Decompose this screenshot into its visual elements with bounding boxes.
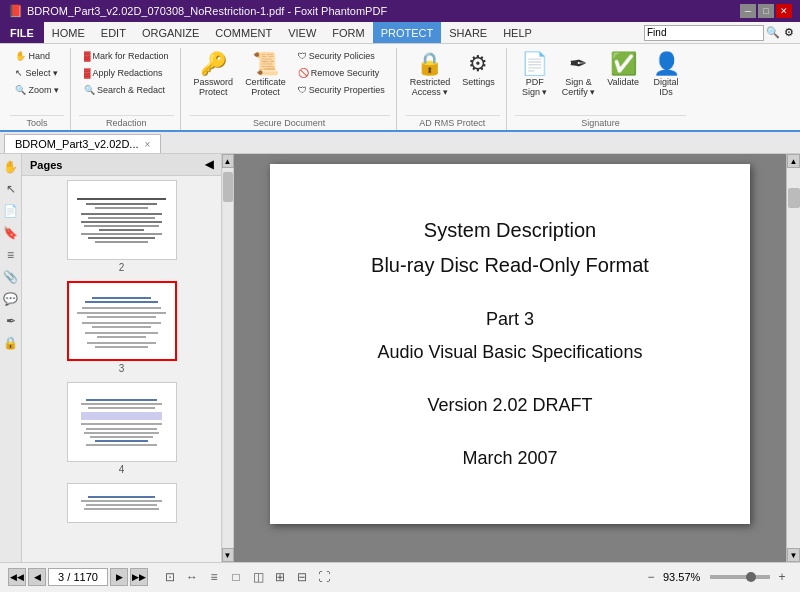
menu-home[interactable]: HOME [44,22,93,43]
zoom-in-button[interactable]: + [772,567,792,587]
title-bar-controls[interactable]: ─ □ ✕ [740,4,792,18]
pdf-scroll-thumb[interactable] [788,188,800,208]
secure-buttons: 🔑 PasswordProtect 📜 CertificateProtect 🛡… [189,48,390,113]
zoom-out-button[interactable]: − [641,567,661,587]
zoom-level: 93.57% [663,571,708,583]
page-navigation: ◀◀ ◀ ▶ ▶▶ [8,568,148,586]
first-page-button[interactable]: ◀◀ [8,568,26,586]
layers-icon[interactable]: ≡ [2,246,20,264]
title-bar: 📕 BDROM_Part3_v2.02D_070308_NoRestrictio… [0,0,800,22]
zoom-controls: − 93.57% + [641,567,792,587]
rms-settings-icon: ⚙ [468,51,488,77]
hand-tool-button[interactable]: ✋ Hand [10,48,64,64]
menu-form[interactable]: FORM [324,22,372,43]
sign-certify-icon: ✒ [569,51,587,77]
scroll-track [223,168,233,548]
scroll-down-button[interactable]: ▼ [222,548,234,562]
pdf-date: March 2007 [462,448,557,469]
remove-security-button[interactable]: 🚫 Remove Security [293,65,390,81]
prev-page-button[interactable]: ◀ [28,568,46,586]
hand-icon[interactable]: ✋ [2,158,20,176]
pdf-scroll-up[interactable]: ▲ [787,154,800,168]
next-page-button[interactable]: ▶ [110,568,128,586]
scroll-thumb[interactable] [223,172,233,202]
settings-icon[interactable]: ⚙ [782,26,796,39]
menu-edit[interactable]: EDIT [93,22,134,43]
last-page-button[interactable]: ▶▶ [130,568,148,586]
pdf-sign-button[interactable]: 📄 PDFSign ▾ [515,48,555,100]
pdf-page: System Description Blu-ray Disc Read-Onl… [270,164,750,524]
attachment-icon[interactable]: 📎 [2,268,20,286]
props-icon: 🛡 [298,85,307,95]
select-tool-button[interactable]: ↖ Select ▾ [10,65,64,81]
fit-width-button[interactable]: ↔ [182,567,202,587]
split-view-button[interactable]: ⊟ [292,567,312,587]
fit-page-button[interactable]: ⊡ [160,567,180,587]
restricted-access-button[interactable]: 🔒 RestrictedAccess ▾ [405,48,456,100]
close-tab-button[interactable]: × [145,139,151,150]
doc-tab-name: BDROM_Part3_v2.02D... [15,138,139,150]
app-icon: 📕 [8,4,23,18]
signature-buttons: 📄 PDFSign ▾ ✒ Sign &Certify ▾ ✅ Validate… [515,48,686,113]
page-icon[interactable]: 📄 [2,202,20,220]
view-options-button[interactable]: ⊞ [270,567,290,587]
pdf-scrollbar[interactable]: ▲ ▼ [786,154,800,562]
thumb-img-4 [67,382,177,462]
rms-settings-button[interactable]: ⚙ Settings [457,48,500,90]
apply-icon: ▓ [84,68,91,78]
menu-file[interactable]: FILE [0,22,44,43]
menu-protect[interactable]: PROTECT [373,22,442,43]
document-tab[interactable]: BDROM_Part3_v2.02D... × [4,134,161,153]
digital-ids-button[interactable]: 👤 DigitalIDs [646,48,686,100]
zoom-slider-thumb[interactable] [746,572,756,582]
digital-ids-icon: 👤 [653,51,680,77]
minimize-button[interactable]: ─ [740,4,756,18]
menu-share[interactable]: SHARE [441,22,495,43]
lock-icon[interactable]: 🔒 [2,334,20,352]
page-number-input[interactable] [48,568,108,586]
single-page-button[interactable]: □ [226,567,246,587]
sidebar-header: Pages ◀ [22,154,221,176]
password-protect-button[interactable]: 🔑 PasswordProtect [189,48,239,100]
pdf-part: Part 3 [486,309,534,330]
continuous-scroll-button[interactable]: ≡ [204,567,224,587]
pdf-sign-icon: 📄 [521,51,548,77]
sign-certify-button[interactable]: ✒ Sign &Certify ▾ [557,48,601,100]
certificate-protect-button[interactable]: 📜 CertificateProtect [240,48,291,100]
scroll-up-button[interactable]: ▲ [222,154,234,168]
pdf-scroll-down[interactable]: ▼ [787,548,800,562]
page-thumb-2[interactable]: 2 [26,180,217,277]
search-redact-icon: 🔍 [84,85,95,95]
menu-comment[interactable]: COMMENT [207,22,280,43]
close-button[interactable]: ✕ [776,4,792,18]
menu-help[interactable]: HELP [495,22,540,43]
two-page-button[interactable]: ◫ [248,567,268,587]
mark-icon: ▓ [84,51,91,61]
mark-redaction-button[interactable]: ▓ Mark for Redaction [79,48,174,64]
maximize-button[interactable]: □ [758,4,774,18]
menu-view[interactable]: VIEW [280,22,324,43]
pointer-icon[interactable]: ↖ [2,180,20,198]
full-screen-button[interactable]: ⛶ [314,567,334,587]
bookmark-icon[interactable]: 🔖 [2,224,20,242]
page-num-3: 3 [119,363,125,374]
page-thumb-4[interactable]: 4 [26,382,217,479]
security-properties-button[interactable]: 🛡 Security Properties [293,82,390,98]
search-redact-button[interactable]: 🔍 Search & Redact [79,82,174,98]
signature-panel-icon[interactable]: ✒ [2,312,20,330]
page-thumb-3[interactable]: 3 [26,281,217,378]
zoom-tool-button[interactable]: 🔍 Zoom ▾ [10,82,64,98]
menu-organize[interactable]: ORGANIZE [134,22,207,43]
comment-icon[interactable]: 💬 [2,290,20,308]
search-button[interactable]: 🔍 [764,26,782,39]
zoom-slider[interactable] [710,575,770,579]
page-thumb-5[interactable] [26,483,217,523]
search-input[interactable] [644,25,764,41]
validate-button[interactable]: ✅ Validate [602,48,644,90]
sidebar-collapse-button[interactable]: ◀ [205,158,213,171]
redaction-col: ▓ Mark for Redaction ▓ Apply Redactions … [79,48,174,98]
apply-redaction-button[interactable]: ▓ Apply Redactions [79,65,174,81]
thumb-img-2 [67,180,177,260]
security-policies-button[interactable]: 🛡 Security Policies [293,48,390,64]
sidebar-scrollbar[interactable]: ▲ ▼ [222,154,234,562]
